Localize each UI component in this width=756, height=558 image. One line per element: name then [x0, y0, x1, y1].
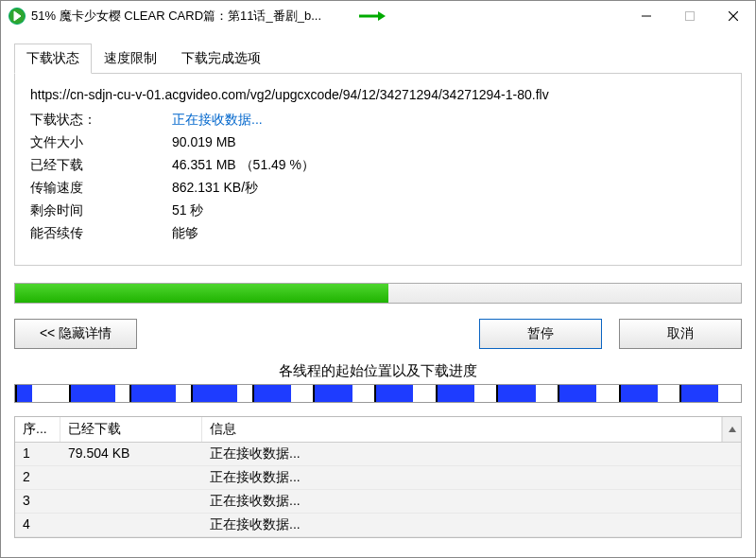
segment-dl: [438, 385, 474, 402]
segment-dl: [315, 385, 352, 402]
status-panel: https://cn-sdjn-cu-v-01.acgvideo.com/vg2…: [14, 74, 742, 266]
col-index[interactable]: 序...: [15, 417, 60, 442]
segment-gap: [536, 385, 558, 402]
cancel-button[interactable]: 取消: [619, 319, 742, 349]
label-status: 下载状态：: [30, 112, 172, 129]
maximize-button[interactable]: [668, 1, 712, 31]
cell-info: 正在接收数据...: [202, 490, 741, 513]
segment-dl: [559, 385, 596, 402]
segment-dl: [621, 385, 658, 402]
cell-info: 正在接收数据...: [202, 466, 741, 489]
app-icon: [9, 8, 26, 25]
table-row[interactable]: 4正在接收数据...: [15, 514, 741, 537]
cell-downloaded: [60, 466, 202, 489]
segment-dl: [254, 385, 291, 402]
segment-dl: [17, 385, 32, 402]
table-row[interactable]: 179.504 KB正在接收数据...: [15, 443, 741, 466]
value-downloaded: 46.351 MB （51.49 %）: [172, 157, 726, 174]
cell-index: 4: [15, 514, 60, 536]
col-info[interactable]: 信息: [202, 417, 722, 442]
segment-gap: [474, 385, 497, 402]
segment-dl: [71, 385, 115, 402]
table-row[interactable]: 3正在接收数据...: [15, 490, 741, 514]
segment-gap: [352, 385, 375, 402]
value-status: 正在接收数据...: [172, 112, 726, 129]
segment-gap: [176, 385, 191, 402]
cell-info: 正在接收数据...: [202, 514, 741, 536]
window-title: 51% 魔卡少女樱 CLEAR CARD篇：第11话_番剧_b...: [31, 8, 321, 25]
tab-done-options[interactable]: 下载完成选项: [169, 44, 273, 74]
svg-marker-2: [378, 11, 386, 21]
threads-title: 各线程的起始位置以及下载进度: [1, 362, 755, 380]
segment-gap: [718, 385, 741, 402]
close-button[interactable]: [712, 1, 755, 31]
tab-speed-limit[interactable]: 速度限制: [92, 44, 169, 74]
segment-gap: [658, 385, 680, 402]
cell-info: 正在接收数据...: [202, 443, 741, 465]
chevron-up-icon: [728, 425, 737, 434]
scroll-up-button[interactable]: [722, 417, 741, 442]
label-speed: 传输速度: [30, 180, 172, 197]
value-file-size: 90.019 MB: [172, 134, 726, 151]
titlebar: 51% 魔卡少女樱 CLEAR CARD篇：第11话_番剧_b...: [1, 1, 755, 31]
cell-downloaded: [60, 490, 202, 513]
label-resumable: 能否续传: [30, 225, 172, 242]
label-file-size: 文件大小: [30, 134, 172, 151]
cell-index: 3: [15, 490, 60, 513]
value-speed: 862.131 KB/秒: [172, 180, 726, 197]
segment-gap: [115, 385, 130, 402]
download-url: https://cn-sdjn-cu-v-01.acgvideo.com/vg2…: [30, 87, 726, 102]
cell-downloaded: [60, 514, 202, 536]
segment-gap: [237, 385, 252, 402]
segment-gap: [596, 385, 619, 402]
minimize-button[interactable]: [625, 1, 668, 31]
segment-bar: [14, 384, 742, 403]
pause-button[interactable]: 暂停: [479, 319, 602, 349]
value-remaining: 51 秒: [172, 202, 726, 219]
segment-dl: [681, 385, 718, 402]
progress-fill: [15, 284, 388, 303]
label-downloaded: 已经下载: [30, 157, 172, 174]
cell-index: 1: [15, 443, 60, 465]
cell-index: 2: [15, 466, 60, 489]
value-resumable: 能够: [172, 225, 726, 242]
segment-dl: [193, 385, 237, 402]
tab-bar: 下载状态 速度限制 下载完成选项: [14, 43, 742, 74]
segment-gap: [413, 385, 436, 402]
svg-marker-7: [729, 427, 736, 432]
transfer-arrow-icon: [359, 10, 386, 22]
cell-downloaded: 79.504 KB: [60, 443, 202, 465]
segment-gap: [32, 385, 69, 402]
tab-download-status[interactable]: 下载状态: [14, 44, 92, 74]
segment-dl: [131, 385, 176, 402]
threads-table: 序... 已经下载 信息 179.504 KB正在接收数据...2正在接收数据.…: [14, 416, 742, 538]
label-remaining: 剩余时间: [30, 202, 172, 219]
segment-dl: [376, 385, 413, 402]
hide-details-button[interactable]: << 隐藏详情: [14, 319, 137, 349]
segment-dl: [498, 385, 535, 402]
col-downloaded[interactable]: 已经下载: [60, 417, 202, 442]
svg-rect-4: [686, 12, 695, 21]
progress-bar: [14, 283, 742, 304]
table-row[interactable]: 2正在接收数据...: [15, 466, 741, 490]
segment-gap: [291, 385, 314, 402]
